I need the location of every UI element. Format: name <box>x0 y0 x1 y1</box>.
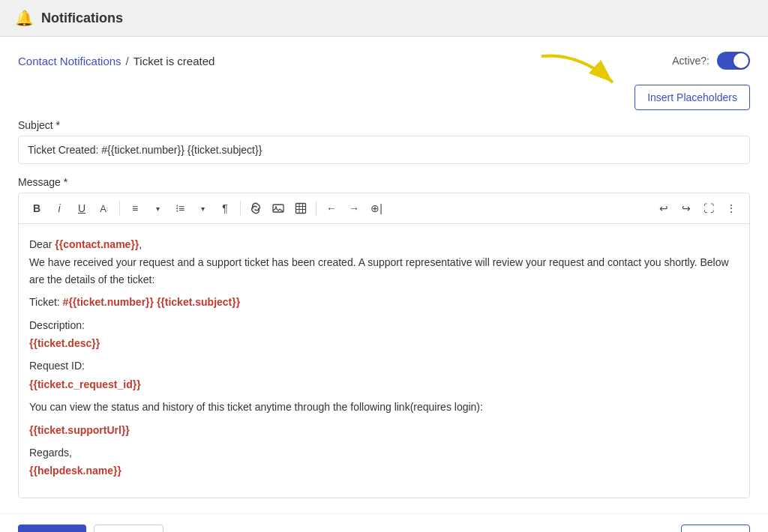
annotation-area: Insert Placeholders <box>18 85 750 110</box>
underline-button[interactable]: U <box>71 198 92 219</box>
editor-line-10: Regards, <box>29 444 739 461</box>
placeholder-ticket-support-url: {{ticket.supportUrl}} <box>29 424 130 436</box>
unordered-list-dropdown[interactable]: ▾ <box>192 198 213 219</box>
svg-rect-3 <box>296 204 306 214</box>
footer-left: Save Cancel <box>18 525 164 532</box>
table-button[interactable] <box>290 198 311 219</box>
redo-button[interactable]: ↪ <box>676 198 697 219</box>
toolbar-divider-1 <box>119 201 120 216</box>
ordered-list-button[interactable]: ≡ <box>124 198 146 219</box>
editor-line-5: {{ticket.desc}} <box>29 335 739 351</box>
editor-line-4: Description: <box>29 317 739 333</box>
more-options-button[interactable]: ⋮ <box>721 198 742 219</box>
editor-line-6: Request ID: <box>29 357 739 374</box>
active-toggle[interactable] <box>717 52 750 70</box>
paragraph-button[interactable]: ¶ <box>214 198 236 219</box>
editor-line-7: {{ticket.c_request_id}} <box>29 376 739 393</box>
header: 🔔 Notifications <box>0 0 768 37</box>
italic-button[interactable]: i <box>49 198 70 219</box>
subject-input[interactable] <box>18 136 750 164</box>
save-button[interactable]: Save <box>18 525 86 532</box>
cancel-button[interactable]: Cancel <box>94 525 164 532</box>
footer: Save Cancel Reset to default template Pr… <box>0 513 768 532</box>
active-row: Active?: <box>672 52 750 70</box>
header-title: Notifications <box>41 10 123 26</box>
toggle-knob <box>734 53 748 68</box>
indent-left-button[interactable]: ← <box>321 198 342 219</box>
toolbar-divider-3 <box>316 201 316 216</box>
toolbar-divider-2 <box>240 201 241 216</box>
placeholder-ticket-number: #{{ticket.number}} {{ticket.subject}} <box>63 296 241 308</box>
fullscreen-button[interactable]: ⛶ <box>698 198 719 219</box>
ordered-list-dropdown[interactable]: ▾ <box>147 198 168 219</box>
editor-line-9: {{ticket.supportUrl}} <box>29 422 739 438</box>
placeholder-ticket-request-id: {{ticket.c_request_id}} <box>29 378 141 390</box>
image-button[interactable] <box>268 198 289 219</box>
editor-body[interactable]: Dear {{contact.name}}, We have received … <box>19 224 749 498</box>
unordered-list-button[interactable]: ⁝≡ <box>170 198 190 219</box>
breadcrumb-current: Ticket is created <box>134 55 215 67</box>
preview-button[interactable]: Preview <box>681 525 750 532</box>
placeholder-contact-name: {{contact.name}} <box>55 238 139 250</box>
special-button[interactable]: ⊕| <box>366 198 387 219</box>
message-editor[interactable]: B i U Aː ≡ ▾ ⁝≡ ▾ ¶ <box>18 193 750 498</box>
link-button[interactable] <box>245 198 266 219</box>
message-field-label: Message * <box>18 176 750 188</box>
breadcrumb: Contact Notifications / Ticket is create… <box>18 55 214 67</box>
notification-icon: 🔔 <box>15 9 34 27</box>
undo-button[interactable]: ↩ <box>653 198 674 219</box>
reset-button[interactable]: Reset to default template <box>533 525 674 532</box>
breadcrumb-separator: / <box>126 55 129 67</box>
toolbar-right: ↩ ↪ ⛶ ⋮ <box>653 198 742 219</box>
editor-line-8: You can view the status and history of t… <box>29 399 739 415</box>
footer-right: Reset to default template Preview <box>533 525 750 532</box>
bold-button[interactable]: B <box>26 198 47 219</box>
editor-line-11: {{helpdesk.name}} <box>29 462 739 479</box>
indent-right-button[interactable]: → <box>344 198 364 219</box>
insert-placeholder-area: Insert Placeholders <box>634 85 750 110</box>
breadcrumb-row: Contact Notifications / Ticket is create… <box>18 52 750 70</box>
editor-line-1: Dear {{contact.name}}, <box>29 236 739 253</box>
active-label: Active?: <box>672 55 710 67</box>
editor-line-2: We have received your request and a supp… <box>29 254 739 288</box>
insert-placeholders-button[interactable]: Insert Placeholders <box>634 85 750 110</box>
placeholder-ticket-desc: {{ticket.desc}} <box>29 337 100 349</box>
font-button[interactable]: Aː <box>94 198 115 219</box>
breadcrumb-link[interactable]: Contact Notifications <box>18 55 122 67</box>
editor-toolbar: B i U Aː ≡ ▾ ⁝≡ ▾ ¶ <box>19 193 749 224</box>
subject-field-label: Subject * <box>18 119 750 131</box>
main-content: Contact Notifications / Ticket is create… <box>0 37 768 513</box>
editor-line-3: Ticket: #{{ticket.number}} {{ticket.subj… <box>29 294 739 310</box>
placeholder-helpdesk-name: {{helpdesk.name}} <box>29 465 122 477</box>
